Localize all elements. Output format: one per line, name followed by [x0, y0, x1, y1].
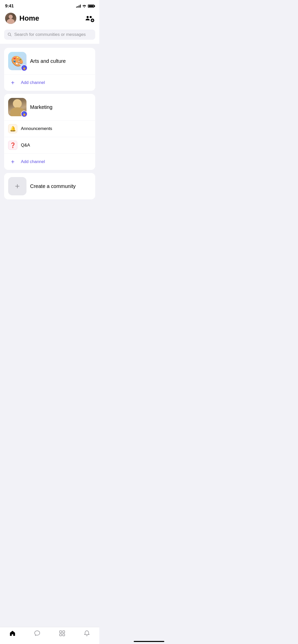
channel-icon-qa: ❓: [8, 141, 17, 150]
channel-name-announcements: Announcements: [21, 126, 52, 131]
add-channel-plus-icon-arts: +: [8, 78, 17, 87]
search-icon: [8, 33, 12, 37]
community-icon-wrap-arts: 🎨: [8, 52, 26, 70]
community-card-marketing: Marketing 🔔 Announcements ❓ Q&A +: [4, 94, 95, 170]
svg-point-1: [90, 16, 92, 18]
add-community-icon: [85, 14, 94, 23]
add-community-button[interactable]: [85, 14, 94, 23]
create-community-card[interactable]: + Create a community: [4, 173, 95, 199]
create-plus-icon: +: [15, 182, 20, 190]
add-channel-label-marketing: Add channel: [21, 159, 45, 164]
channel-name-qa: Q&A: [21, 143, 30, 148]
create-community-icon: +: [8, 177, 26, 195]
page-title: Home: [19, 14, 39, 22]
status-time: 9:41: [5, 4, 14, 9]
add-channel-marketing[interactable]: + Add channel: [4, 154, 95, 170]
community-name-marketing: Marketing: [30, 104, 52, 110]
add-channel-label-arts: Add channel: [21, 80, 45, 85]
channel-item-announcements[interactable]: 🔔 Announcements: [4, 121, 95, 137]
header: Home: [0, 11, 99, 27]
channel-item-qa[interactable]: ❓ Q&A: [4, 137, 95, 154]
header-left: Home: [5, 13, 39, 24]
community-badge-marketing: [21, 111, 28, 117]
community-header-marketing[interactable]: Marketing: [4, 94, 95, 120]
channel-icon-announcements: 🔔: [8, 124, 17, 133]
battery-icon: [88, 5, 94, 8]
create-community-label: Create a community: [30, 183, 76, 189]
signal-icon: [76, 5, 81, 8]
community-icon-wrap-marketing: [8, 98, 26, 116]
search-bar[interactable]: Search for communities or messages: [4, 30, 95, 40]
channel-list-arts: + Add channel: [4, 74, 95, 91]
community-badge-arts: [21, 65, 28, 71]
content-area: 🎨 Arts and culture + Add channel: [0, 44, 99, 199]
search-container: Search for communities or messages: [0, 27, 99, 44]
add-channel-plus-icon-marketing: +: [8, 157, 17, 166]
community-card-arts-culture: 🎨 Arts and culture + Add channel: [4, 48, 95, 91]
avatar[interactable]: [5, 13, 16, 24]
svg-line-4: [10, 35, 11, 36]
search-placeholder: Search for communities or messages: [14, 32, 86, 37]
community-name-arts: Arts and culture: [30, 58, 66, 64]
channel-list-marketing: 🔔 Announcements ❓ Q&A + Add channel: [4, 120, 95, 170]
status-bar: 9:41: [0, 0, 99, 11]
wifi-icon: [82, 5, 86, 8]
status-icons: [76, 5, 94, 8]
svg-point-0: [87, 16, 89, 18]
add-channel-arts[interactable]: + Add channel: [4, 75, 95, 91]
community-header-arts[interactable]: 🎨 Arts and culture: [4, 48, 95, 74]
